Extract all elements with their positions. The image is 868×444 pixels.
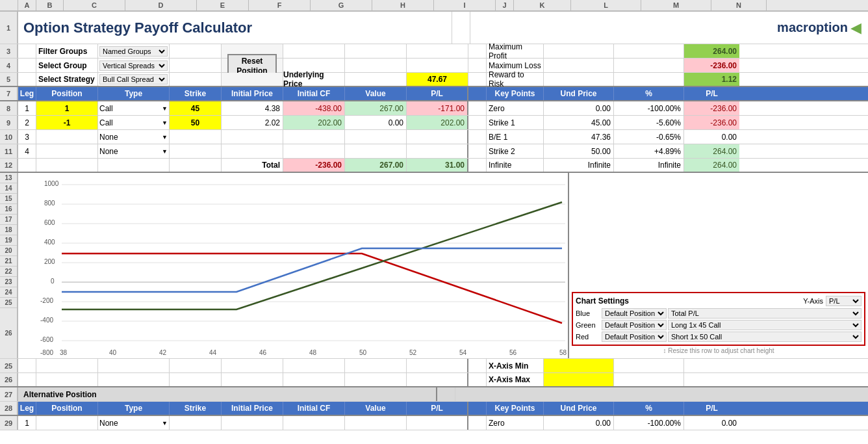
select-strategy-dropdown[interactable]: Bull Call Spread <box>99 74 168 85</box>
chart-settings-red-row: Red Default Position Short 1x 50 Call <box>576 332 862 342</box>
leg1-strike[interactable]: 45 <box>170 101 222 115</box>
filter-groups-dropdown[interactable]: Named Groups <box>99 46 168 57</box>
col-header-d: D <box>125 0 197 10</box>
reset-btn-cell[interactable]: ResetPosition <box>222 59 283 72</box>
underlying-price-value[interactable]: 47.67 <box>407 73 468 86</box>
cell-m5 <box>614 73 684 86</box>
cell-j7 <box>468 87 487 100</box>
row-27: 27 Alternative Position <box>0 387 868 402</box>
cell-j3 <box>468 44 487 58</box>
svg-text:58: 58 <box>559 349 567 356</box>
cell-a26 <box>18 373 36 386</box>
blue-position-dropdown[interactable]: Default Position <box>602 308 667 319</box>
svg-text:40: 40 <box>109 349 117 356</box>
alt-leg1-strike <box>170 416 222 430</box>
blue-metric-dropdown[interactable]: Total P/L <box>668 308 862 319</box>
row-1: 1 Option Strategy Payoff Calculator macr… <box>0 12 868 44</box>
kp-infinite-pl: 264.00 <box>684 159 739 172</box>
svg-text:1000: 1000 <box>44 180 59 187</box>
row-11: 11 4 None ▼ Strike 2 50.00 +4.89% 264.00 <box>0 144 868 159</box>
type-header: Type <box>98 87 170 100</box>
col-header-g: G <box>311 0 372 10</box>
svg-text:48: 48 <box>309 349 317 356</box>
leg2-initial-cf: 202.00 <box>283 116 345 129</box>
filter-groups-select[interactable]: Named Groups <box>98 44 170 58</box>
svg-text:56: 56 <box>509 349 517 356</box>
select-group-select[interactable]: Vertical Spreads <box>98 59 170 72</box>
leg3-position <box>36 130 98 144</box>
filter-groups-label: Filter Groups <box>36 44 98 58</box>
cell-k27-rest <box>455 387 868 401</box>
leg2-initial-price: 2.02 <box>222 116 283 129</box>
green-position-dropdown[interactable]: Default Position <box>602 320 667 330</box>
kp-be1-label: B/E 1 <box>487 130 544 144</box>
alt-position-col-header: Position <box>36 402 98 415</box>
row-num-28: 28 <box>0 402 18 415</box>
y-axis-dropdown[interactable]: P/L <box>826 296 862 306</box>
svg-text:400: 400 <box>44 239 55 246</box>
cell-f26 <box>222 373 283 386</box>
row-12: 12 Total -236.00 267.00 31.00 Infinite I… <box>0 159 868 173</box>
kp-zero-pl: -236.00 <box>684 101 739 115</box>
red-metric-dropdown[interactable]: Short 1x 50 Call <box>668 332 862 342</box>
row-10: 10 3 None ▼ B/E 1 47.36 -0.65% 0.00 <box>0 130 868 144</box>
leg4-type[interactable]: None ▼ <box>98 144 170 158</box>
alt-initial-price-header: Initial Price <box>222 402 283 415</box>
cell-n25 <box>684 359 739 372</box>
red-line <box>62 254 562 323</box>
leg2-type[interactable]: Call ▼ <box>98 116 170 129</box>
select-strategy-label: Select Strategy <box>36 73 98 86</box>
cell-l4 <box>544 59 614 72</box>
alt-kp-header: Key Points <box>487 402 544 415</box>
leg1-initial-cf: -438.00 <box>283 101 345 115</box>
leg4-pl <box>407 144 468 158</box>
alt-leg1-type[interactable]: None ▼ <box>98 416 170 430</box>
max-loss-value: -236.00 <box>684 59 739 72</box>
alt-leg1-value <box>345 416 407 430</box>
leg2-position[interactable]: -1 <box>36 116 98 129</box>
x-axis-min-value[interactable] <box>544 359 614 372</box>
green-line <box>62 202 562 309</box>
alt-type-header: Type <box>98 402 170 415</box>
row-num-3: 3 <box>0 44 18 58</box>
green-metric-dropdown[interactable]: Long 1x 45 Call <box>668 320 862 330</box>
row-num-27: 27 <box>0 387 18 401</box>
leg1-position[interactable]: 1 <box>36 101 98 115</box>
cell-g26 <box>283 373 345 386</box>
max-profit-value: 264.00 <box>684 44 739 58</box>
blue-label: Blue <box>576 309 602 317</box>
kp-strike2-label: Strike 2 <box>487 144 544 158</box>
col-header-h: H <box>372 0 434 10</box>
alt-leg1-position <box>36 416 98 430</box>
row-num-4: 4 <box>0 59 18 72</box>
select-strategy-select[interactable]: Bull Call Spread <box>98 73 170 86</box>
x-axis-max-value[interactable] <box>544 373 614 386</box>
alt-position-header: Alternative Position <box>18 387 437 401</box>
leg3-initial-cf <box>283 130 345 144</box>
leg2-strike[interactable]: 50 <box>170 116 222 129</box>
leg1-type[interactable]: Call ▼ <box>98 101 170 115</box>
svg-text:50: 50 <box>359 349 367 356</box>
leg3-type[interactable]: None ▼ <box>98 130 170 144</box>
leg1-num: 1 <box>18 101 36 115</box>
col-header-e: E <box>197 0 249 10</box>
select-group-dropdown[interactable]: Vertical Spreads <box>99 60 168 71</box>
alt-und-price-header: Und Price <box>544 402 614 415</box>
cell-g3 <box>283 44 345 58</box>
total-label: Total <box>222 159 283 172</box>
initial-cf-header: Initial CF <box>283 87 345 100</box>
initial-price-header: Initial Price <box>222 87 283 100</box>
chart-settings-blue-row: Blue Default Position Total P/L <box>576 308 862 319</box>
underlying-price-label: Underlying Price <box>283 73 345 86</box>
row-25: 25 X-Axis Min <box>0 359 868 373</box>
kp-strike2-und: 50.00 <box>544 144 614 158</box>
chart-settings-box: Chart Settings Y-Axis P/L Blue Default P… <box>572 292 865 346</box>
svg-text:46: 46 <box>259 349 267 356</box>
alt-strike-header: Strike <box>170 402 222 415</box>
row-num-11: 11 <box>0 144 18 158</box>
cell-c12 <box>36 159 98 172</box>
svg-text:54: 54 <box>459 349 467 356</box>
reward-risk-value: 1.12 <box>684 73 739 86</box>
red-position-dropdown[interactable]: Default Position <box>602 332 667 342</box>
svg-text:42: 42 <box>159 349 167 356</box>
